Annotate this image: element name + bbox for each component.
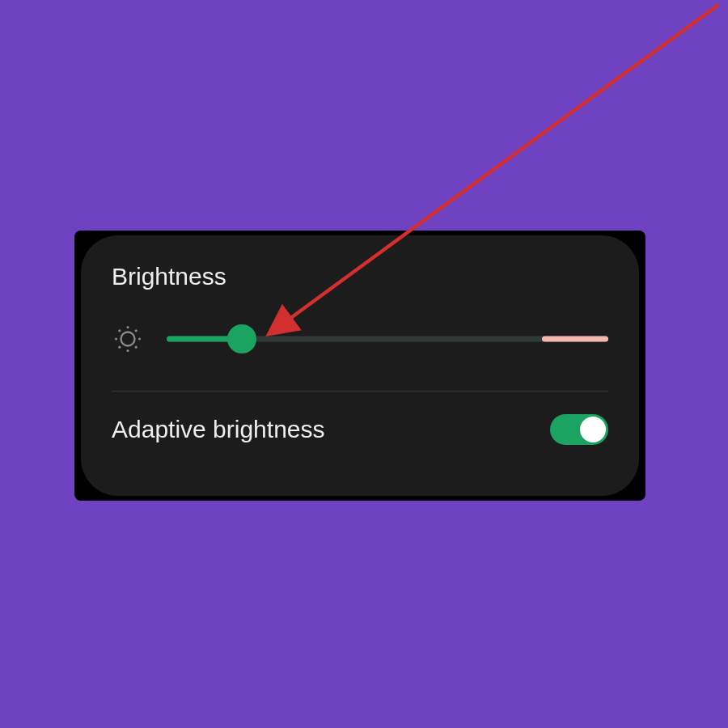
settings-card: Brightness — [74, 231, 645, 501]
svg-point-5 — [118, 329, 121, 332]
slider-thumb[interactable] — [227, 324, 256, 353]
adaptive-brightness-toggle[interactable] — [550, 414, 608, 445]
brightness-slider[interactable] — [167, 324, 608, 353]
adaptive-brightness-row[interactable]: Adaptive brightness — [112, 414, 608, 445]
toggle-knob — [580, 417, 606, 442]
svg-point-2 — [126, 349, 129, 352]
svg-point-4 — [138, 337, 141, 340]
brightness-slider-row — [112, 323, 608, 355]
brightness-panel: Brightness — [81, 235, 639, 496]
slider-track-high-zone — [542, 336, 608, 342]
svg-point-0 — [121, 332, 135, 346]
divider — [112, 391, 608, 392]
svg-point-8 — [135, 346, 138, 349]
svg-point-7 — [118, 346, 121, 349]
svg-point-6 — [135, 329, 138, 332]
svg-point-1 — [126, 326, 129, 328]
brightness-icon — [112, 323, 144, 355]
adaptive-brightness-label: Adaptive brightness — [112, 416, 325, 443]
svg-point-3 — [115, 337, 117, 340]
brightness-title: Brightness — [112, 263, 608, 290]
